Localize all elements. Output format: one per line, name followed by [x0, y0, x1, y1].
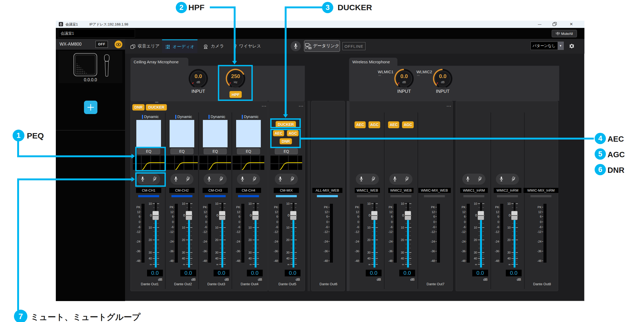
- pattern-value: パターンなし: [533, 42, 557, 49]
- tab-camera[interactable]: カメラ: [201, 39, 226, 53]
- toolbar-mic-button[interactable]: [291, 41, 301, 51]
- device-off-button[interactable]: OFF: [96, 41, 108, 48]
- wl-knob-panel: [349, 66, 559, 101]
- offline-badge: OFFLINE: [342, 42, 365, 50]
- muteall-mic-icon: [556, 31, 560, 36]
- gear-icon[interactable]: [568, 42, 575, 50]
- datalink-label: データリンク: [313, 43, 339, 49]
- callout-label-aec: AEC: [608, 134, 644, 144]
- sidebar-device-name: WX-AM800: [60, 41, 92, 47]
- tab-wireless[interactable]: ワイヤレス: [230, 39, 264, 53]
- app-icon: [58, 22, 63, 27]
- minimize-button[interactable]: —: [536, 22, 544, 27]
- callout-line: [286, 6, 323, 8]
- tab-audio[interactable]: オーディオ: [162, 39, 197, 53]
- callout-number-4: 4: [595, 133, 606, 144]
- callout-number-5: 5: [595, 148, 606, 160]
- callout-label-hpf: HPF: [188, 2, 274, 13]
- device-mic-icon: [104, 54, 110, 77]
- callout-label-mute: ミュート、ミュートグループ: [31, 312, 116, 322]
- tab-label: ワイヤレス: [239, 43, 261, 49]
- tab-label: カメラ: [211, 43, 224, 49]
- datalink-icon: [305, 43, 312, 50]
- tab-label: オーディオ: [173, 44, 195, 50]
- toolbar-mic-icon: [294, 43, 298, 49]
- callout-label-ducker: DUCKER: [338, 2, 423, 13]
- datalink-button[interactable]: データリンク: [304, 40, 340, 52]
- callout-number-1: 1: [13, 130, 24, 141]
- add-device-button[interactable]: [84, 101, 97, 114]
- callout-label-agc: AGC: [608, 149, 644, 160]
- eye-button[interactable]: [115, 41, 122, 48]
- audio-icon: [165, 44, 170, 50]
- callout-number-6: 6: [595, 164, 606, 175]
- wl-section-tab[interactable]: Wireless Microphone: [349, 58, 397, 66]
- callout-line: [210, 6, 235, 8]
- mute-all-label: MuteAll: [561, 32, 573, 36]
- room-tab[interactable]: 会議室1: [58, 29, 135, 38]
- cm-knob-panel: [130, 66, 305, 101]
- mute-all-button[interactable]: MuteAll: [552, 30, 577, 37]
- window-ip-address: IPアドレス:192.168.1.98: [89, 22, 151, 27]
- callout-line: [17, 179, 19, 310]
- callout-label-dnr: DNR: [608, 165, 644, 175]
- camera-icon: [203, 44, 208, 49]
- tab-label: 収音エリア: [138, 43, 159, 49]
- area-icon: [130, 44, 136, 49]
- callout-number-3: 3: [322, 2, 333, 13]
- close-button[interactable]: ✕: [568, 21, 574, 27]
- callout-number-7: 7: [14, 310, 27, 322]
- plus-icon: [84, 101, 97, 114]
- pattern-dropdown-arrow[interactable]: ▼: [558, 42, 564, 50]
- callout-number-2: 2: [176, 2, 187, 13]
- tab-shuon-area[interactable]: 収音エリア: [128, 39, 162, 53]
- window-title: 会議室1: [65, 22, 90, 27]
- room-bar: [56, 28, 584, 39]
- callout-line: [17, 141, 19, 156]
- sidebar-divider: [56, 130, 125, 130]
- eye-icon: [116, 43, 121, 46]
- restore-button[interactable]: [552, 22, 557, 27]
- wireless-mic-icon: [233, 44, 237, 49]
- device-ip: 0.0.0.0: [58, 78, 122, 83]
- cm-section-tab[interactable]: Ceiling Array Microphone: [130, 58, 188, 66]
